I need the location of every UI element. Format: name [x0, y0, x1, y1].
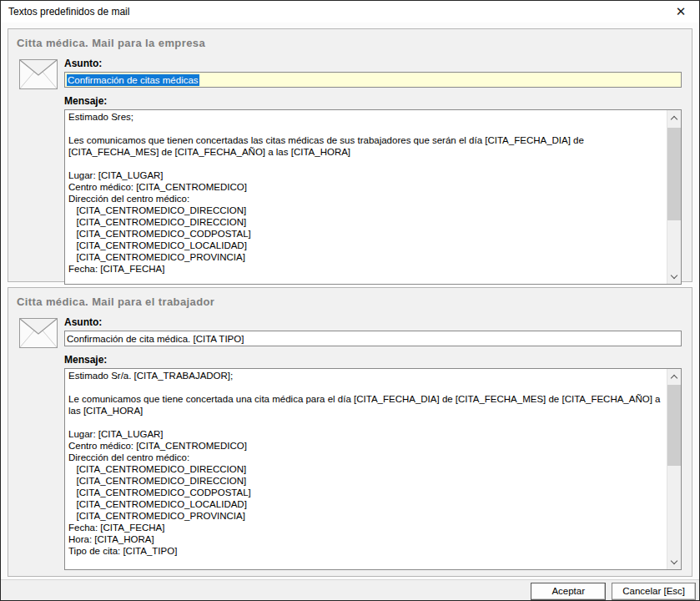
mail-templates-dialog: Textos predefinidos de mail ✕ Citta médi…	[0, 0, 700, 601]
message-box-trabajador: Estimado Sr/a. [CITA_TRABAJADOR]; Le com…	[64, 368, 682, 570]
scroll-thumb[interactable]	[667, 128, 681, 220]
footer-button-bar: Aceptar Cancelar [Esc]	[1, 579, 699, 601]
close-icon[interactable]: ✕	[662, 1, 699, 23]
subject-selected-text: Confirmación de citas médicas	[67, 74, 199, 86]
envelope-icon	[19, 59, 58, 285]
section-mail-empresa: Citta médica. Mail para la empresa Asunt…	[8, 28, 692, 282]
cancel-button[interactable]: Cancelar [Esc]	[612, 583, 696, 600]
scroll-track[interactable]	[667, 383, 681, 555]
message-textarea-trabajador[interactable]: Estimado Sr/a. [CITA_TRABAJADOR]; Le com…	[65, 369, 667, 569]
subject-label-empresa: Asunto:	[64, 58, 682, 69]
subject-label-trabajador: Asunto:	[64, 316, 682, 328]
envelope-icon	[19, 318, 58, 570]
message-label-empresa: Mensaje:	[64, 95, 682, 107]
section-title-empresa: Citta médica. Mail para la empresa	[8, 29, 692, 49]
title-bar: Textos predefinidos de mail ✕	[1, 1, 699, 23]
scroll-track[interactable]	[667, 124, 681, 270]
message-label-trabajador: Mensaje:	[64, 354, 682, 366]
message-textarea-empresa[interactable]: Estimado Sres; Les comunicamos que tiene…	[65, 110, 667, 284]
scroll-up-icon[interactable]	[667, 110, 681, 124]
subject-text: Confirmación de cita médica. [CITA TIPO]	[67, 334, 244, 344]
scroll-thumb[interactable]	[667, 385, 681, 466]
message-box-empresa: Estimado Sres; Les comunicamos que tiene…	[64, 109, 682, 285]
window-title: Textos predefinidos de mail	[8, 6, 129, 18]
subject-input-trabajador[interactable]: Confirmación de cita médica. [CITA TIPO]	[64, 331, 682, 346]
section-title-trabajador: Citta médica. Mail para el trabajador	[8, 288, 692, 308]
scroll-down-icon[interactable]	[667, 270, 681, 284]
scrollbar-trabajador[interactable]	[667, 369, 681, 569]
icon-column	[13, 316, 64, 570]
subject-input-empresa[interactable]: Confirmación de citas médicas	[64, 72, 682, 88]
scrollbar-empresa[interactable]	[667, 110, 681, 284]
accept-button[interactable]: Aceptar	[531, 583, 606, 600]
section-mail-trabajador: Citta médica. Mail para el trabajador As…	[8, 287, 692, 577]
dialog-content: Citta médica. Mail para la empresa Asunt…	[1, 23, 699, 579]
scroll-down-icon[interactable]	[667, 555, 681, 569]
icon-column	[13, 58, 64, 285]
scroll-up-icon[interactable]	[667, 369, 681, 383]
